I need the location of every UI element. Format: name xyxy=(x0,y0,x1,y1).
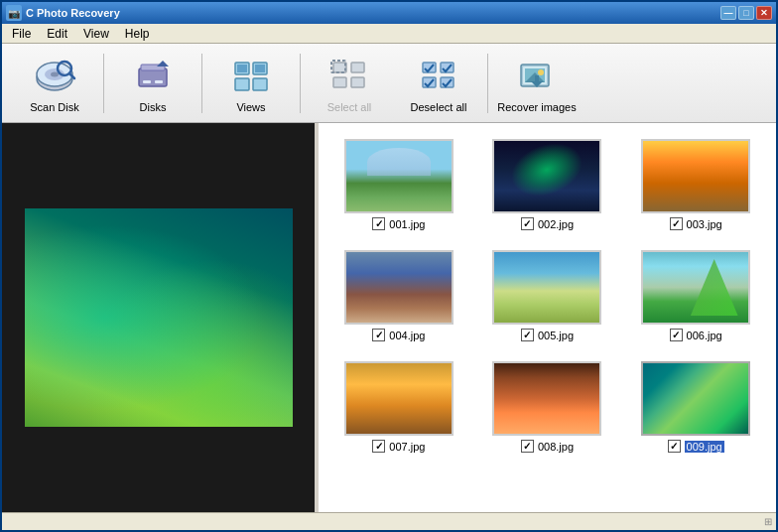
svg-point-3 xyxy=(51,71,59,76)
menu-bar: File Edit View Help xyxy=(2,24,776,44)
thumbnails-panel: 001.jpg 002.jpg 003.jpg xyxy=(319,123,776,512)
main-window: 📷 C Photo Recovery — □ ✕ File Edit View … xyxy=(0,0,778,532)
svg-rect-9 xyxy=(155,80,163,83)
main-content: 001.jpg 002.jpg 003.jpg xyxy=(2,123,776,512)
scan-disk-label: Scan Disk xyxy=(30,101,79,113)
thumb-label-005: 005.jpg xyxy=(521,329,574,341)
svg-rect-16 xyxy=(255,65,265,72)
disks-button[interactable]: Disks xyxy=(108,49,197,118)
svg-marker-10 xyxy=(157,61,169,66)
sep-4 xyxy=(487,54,488,113)
menu-help[interactable]: Help xyxy=(117,25,158,43)
thumb-name-009: 009.jpg xyxy=(685,441,724,453)
thumbnail-006[interactable]: 006.jpg xyxy=(631,250,760,341)
thumb-img-005 xyxy=(492,250,601,325)
maximize-button[interactable]: □ xyxy=(738,6,754,20)
thumb-check-005[interactable] xyxy=(521,329,534,341)
thumb-label-004: 004.jpg xyxy=(372,329,425,341)
svg-rect-32 xyxy=(535,75,539,83)
menu-file[interactable]: File xyxy=(4,25,39,43)
thumb-img-004 xyxy=(344,250,454,325)
resize-grip: ⊞ xyxy=(764,516,772,527)
thumb-name-005: 005.jpg xyxy=(538,330,574,341)
thumb-check-006[interactable] xyxy=(670,329,683,341)
thumb-check-001[interactable] xyxy=(372,217,385,230)
disks-label: Disks xyxy=(140,101,167,113)
thumb-check-009[interactable] xyxy=(668,440,681,453)
title-bar: 📷 C Photo Recovery — □ ✕ xyxy=(2,2,776,24)
select-all-button[interactable]: Select all xyxy=(305,49,394,118)
recover-images-label: Recover images xyxy=(497,101,576,113)
svg-rect-20 xyxy=(351,77,364,87)
thumb-label-007: 007.jpg xyxy=(372,440,425,453)
preview-panel xyxy=(2,123,315,512)
thumb-check-004[interactable] xyxy=(372,329,385,341)
disks-icon xyxy=(129,54,177,99)
thumbnail-002[interactable]: 002.jpg xyxy=(483,139,612,230)
thumbnail-003[interactable]: 003.jpg xyxy=(631,139,760,230)
svg-point-30 xyxy=(538,69,544,75)
thumb-check-003[interactable] xyxy=(670,217,683,230)
thumb-label-001: 001.jpg xyxy=(372,217,425,230)
thumb-name-002: 002.jpg xyxy=(538,218,574,230)
sep-1 xyxy=(103,54,104,113)
thumb-name-007: 007.jpg xyxy=(389,441,425,453)
preview-image xyxy=(25,208,293,427)
svg-rect-19 xyxy=(333,77,346,87)
sep-3 xyxy=(300,54,301,113)
views-label: Views xyxy=(236,101,265,113)
deselect-all-label: Deselect all xyxy=(411,101,467,113)
thumb-img-001 xyxy=(344,139,454,213)
thumb-name-008: 008.jpg xyxy=(538,441,574,453)
thumb-img-009 xyxy=(641,361,750,436)
thumb-name-003: 003.jpg xyxy=(687,218,722,230)
svg-rect-18 xyxy=(351,63,364,72)
thumb-img-007 xyxy=(344,361,454,436)
thumb-label-009: 009.jpg xyxy=(668,440,724,453)
thumb-img-006 xyxy=(641,250,750,325)
menu-edit[interactable]: Edit xyxy=(39,25,75,43)
select-all-label: Select all xyxy=(327,101,372,113)
sep-2 xyxy=(201,54,202,113)
thumb-label-008: 008.jpg xyxy=(521,440,574,453)
scan-disk-button[interactable]: Scan Disk xyxy=(10,49,99,118)
svg-rect-6 xyxy=(139,68,167,86)
thumb-name-001: 001.jpg xyxy=(389,218,425,230)
thumb-label-002: 002.jpg xyxy=(521,217,574,230)
toolbar: Scan Disk Disks xyxy=(2,44,776,123)
views-icon xyxy=(227,54,275,99)
thumb-check-002[interactable] xyxy=(521,217,534,230)
window-controls: — □ ✕ xyxy=(720,6,772,20)
thumb-img-008 xyxy=(492,361,601,436)
thumb-check-008[interactable] xyxy=(521,440,534,453)
thumb-label-003: 003.jpg xyxy=(670,217,722,230)
thumbnail-005[interactable]: 005.jpg xyxy=(483,250,612,341)
deselect-all-icon xyxy=(415,54,462,99)
svg-rect-8 xyxy=(143,80,151,83)
scan-disk-icon xyxy=(31,54,78,99)
thumbnail-004[interactable]: 004.jpg xyxy=(334,250,463,341)
thumb-name-004: 004.jpg xyxy=(389,330,425,341)
thumbnail-008[interactable]: 008.jpg xyxy=(483,361,612,453)
window-title: C Photo Recovery xyxy=(26,7,720,19)
svg-rect-14 xyxy=(253,78,267,90)
recover-images-button[interactable]: Recover images xyxy=(492,49,582,118)
close-button[interactable]: ✕ xyxy=(756,6,772,20)
thumbnail-001[interactable]: 001.jpg xyxy=(334,139,463,230)
minimize-button[interactable]: — xyxy=(720,6,736,20)
thumb-name-006: 006.jpg xyxy=(687,330,722,341)
thumb-label-006: 006.jpg xyxy=(670,329,722,341)
thumbnail-007[interactable]: 007.jpg xyxy=(334,361,463,453)
thumb-img-003 xyxy=(641,139,750,213)
select-all-icon xyxy=(325,54,373,99)
status-bar: ⊞ xyxy=(2,512,776,530)
svg-rect-15 xyxy=(237,65,247,72)
thumbnail-009[interactable]: 009.jpg xyxy=(631,361,760,453)
menu-view[interactable]: View xyxy=(75,25,117,43)
recover-images-icon xyxy=(513,54,561,99)
thumb-check-007[interactable] xyxy=(372,440,385,453)
app-icon: 📷 xyxy=(6,5,22,21)
deselect-all-button[interactable]: Deselect all xyxy=(394,49,483,118)
svg-rect-13 xyxy=(235,78,249,90)
views-button[interactable]: Views xyxy=(206,49,296,118)
